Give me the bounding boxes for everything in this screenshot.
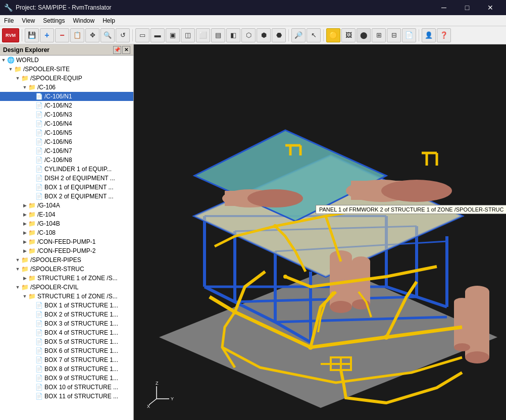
axis-indicator: Z Y X [146,379,177,410]
search2-button[interactable]: 🔎 [291,28,306,42]
help-button[interactable]: ❓ [437,28,451,42]
view-btn-5[interactable]: ⬜ [196,28,210,42]
view-btn-6[interactable]: ▤ [211,28,225,42]
texture-button[interactable]: 🖼 [341,28,356,42]
view-btn-4[interactable]: ◫ [181,28,195,42]
tree-toggle-icon[interactable]: ▶ [21,275,28,282]
highlight-button[interactable]: ⬤ [357,28,371,42]
tree-item-label: /SPOOLER-PIPES [30,256,81,264]
menu-help[interactable]: Help [98,16,119,25]
de-close-button[interactable]: ✕ [122,46,130,54]
view-btn-8[interactable]: ⬡ [241,28,256,42]
tree-item[interactable]: ▼🌐WORLD [0,56,133,65]
tree-item[interactable]: 📄/C-106/N4 [0,119,133,128]
tree-toggle-icon[interactable]: ▶ [21,202,28,209]
move-button[interactable]: ✥ [85,28,99,42]
tree-toggle-icon[interactable]: ▼ [14,75,21,82]
menu-view[interactable]: View [18,16,39,25]
tree-toggle-icon[interactable]: ▼ [7,66,14,73]
tree-toggle-icon[interactable]: ▼ [21,84,28,91]
grid2-button[interactable]: ⊟ [387,28,401,42]
tree-item[interactable]: 📄BOX 6 of STRUCTURE 1... [0,346,133,355]
tree-item[interactable]: ▼📁/SPOOLER-SITE [0,65,133,74]
view-btn-3[interactable]: ▣ [166,28,180,42]
tree-item-label: /C-106/N8 [44,156,72,164]
copy-button[interactable]: 📋 [70,28,84,42]
tree-toggle-icon[interactable]: ▶ [21,238,28,245]
user-button[interactable]: 👤 [422,28,436,42]
tree-item[interactable]: 📄BOX 2 of STRUCTURE 1... [0,310,133,319]
tree-item[interactable]: 📄BOX 1 of STRUCTURE 1... [0,301,133,310]
tree-item[interactable]: 📄BOX 1 of EQUIPMENT ... [0,183,133,192]
svg-point-22 [381,180,452,202]
tree-item[interactable]: ▶📁/CON-FEED-PUMP-2 [0,246,133,255]
view-btn-2[interactable]: ▬ [150,28,165,42]
file-icon: 📄 [35,93,43,100]
rvm-button[interactable]: RVM [2,28,19,42]
tree-item[interactable]: 📄BOX 11 of STRUCTURE ... [0,392,133,401]
refresh-button[interactable]: ↺ [116,28,130,42]
tree-toggle-icon[interactable]: ▶ [21,220,28,227]
tree-toggle-icon[interactable]: ▼ [14,256,21,264]
tree-item[interactable]: ▶📁/CON-FEED-PUMP-1 [0,237,133,246]
close-button[interactable]: ✕ [479,0,502,15]
tree-item[interactable]: 📄BOX 2 of EQUIPMENT ... [0,192,133,201]
tree-item[interactable]: 📄/C-106/N7 [0,146,133,155]
doc-button[interactable]: 📄 [402,28,416,42]
tree-item[interactable]: ▼📁/SPOOLER-EQUIP [0,74,133,83]
view-btn-7[interactable]: ◧ [226,28,240,42]
remove-button[interactable]: − [55,28,69,42]
tree-item[interactable]: 📄BOX 3 of STRUCTURE 1... [0,319,133,328]
material-button[interactable]: 🟡 [326,28,340,42]
tree-toggle-icon[interactable]: ▼ [21,293,28,300]
view-btn-1[interactable]: ▭ [135,28,149,42]
tree-toggle-icon[interactable]: ▼ [14,284,21,291]
de-pin-button[interactable]: 📌 [113,46,121,54]
tree-item[interactable]: 📄BOX 8 of STRUCTURE 1... [0,364,133,374]
tree-item[interactable]: ▼📁/SPOOLER-PIPES [0,255,133,265]
tree-item[interactable]: ▶📁STRUCTURE 1 of ZONE /S... [0,274,133,283]
tree-item[interactable]: 📄BOX 9 of STRUCTURE 1... [0,374,133,383]
viewport[interactable]: PANEL 1 of FRMWORK 2 of STRUCTURE 1 of Z… [134,44,506,420]
tree-item[interactable]: 📄/C-106/N5 [0,128,133,137]
cursor-button[interactable]: ↖ [307,28,321,42]
tree-item[interactable]: ▼📁/C-106 [0,83,133,92]
view-btn-9[interactable]: ⬢ [257,28,271,42]
tree-item[interactable]: 📄/C-106/N3 [0,110,133,119]
tree-item[interactable]: ▼📁/SPOOLER-CIVIL [0,283,133,292]
tree-item[interactable]: ▼📁STRUCTURE 1 of ZONE /S... [0,292,133,301]
tree-toggle-icon[interactable]: ▶ [21,229,28,236]
minimize-button[interactable]: ─ [432,0,456,15]
add-button[interactable]: + [40,28,54,42]
tree-item[interactable]: 📄/C-106/N8 [0,155,133,165]
menu-file[interactable]: File [0,16,18,25]
tree-item[interactable]: 📄BOX 7 of STRUCTURE 1... [0,355,133,364]
tree-item[interactable]: 📄/C-106/N2 [0,101,133,110]
tree-item[interactable]: ▼📁/SPOOLER-STRUC [0,265,133,274]
tree-item[interactable]: ▶📁/G-104A [0,201,133,210]
folder-icon: 📁 [21,284,29,291]
menu-window[interactable]: Window [69,16,99,25]
tree-toggle-icon[interactable]: ▼ [14,266,21,273]
menu-settings[interactable]: Settings [39,16,69,25]
tree-toggle-icon[interactable]: ▼ [0,57,7,64]
grid-button[interactable]: ⊞ [372,28,386,42]
tree-item[interactable]: 📄BOX 10 of STRUCTURE ... [0,383,133,392]
maximize-button[interactable]: □ [456,0,479,15]
save-button[interactable]: 💾 [25,28,39,42]
tree-toggle-icon [28,393,35,400]
tree-item[interactable]: 📄BOX 5 of STRUCTURE 1... [0,337,133,346]
tree-item[interactable]: 📄CYLINDER 1 of EQUIP... [0,165,133,174]
search-button[interactable]: 🔍 [100,28,115,42]
tree-item[interactable]: ▶📁/E-104 [0,210,133,219]
view-btn-10[interactable]: ⬣ [272,28,286,42]
tree-toggle-icon[interactable]: ▶ [21,247,28,254]
tree-item[interactable]: 📄BOX 4 of STRUCTURE 1... [0,328,133,337]
tree-item[interactable]: 📄/C-106/N6 [0,137,133,146]
tree-item-label: /SPOOLER-SITE [23,66,70,73]
tree-item[interactable]: 📄DISH 2 of EQUIPMENT ... [0,174,133,183]
tree-item[interactable]: 📄/C-106/N1 [0,92,133,101]
tree-item[interactable]: ▶📁/G-104B [0,219,133,228]
tree-toggle-icon[interactable]: ▶ [21,211,28,218]
tree-item[interactable]: ▶📁/C-108 [0,228,133,237]
